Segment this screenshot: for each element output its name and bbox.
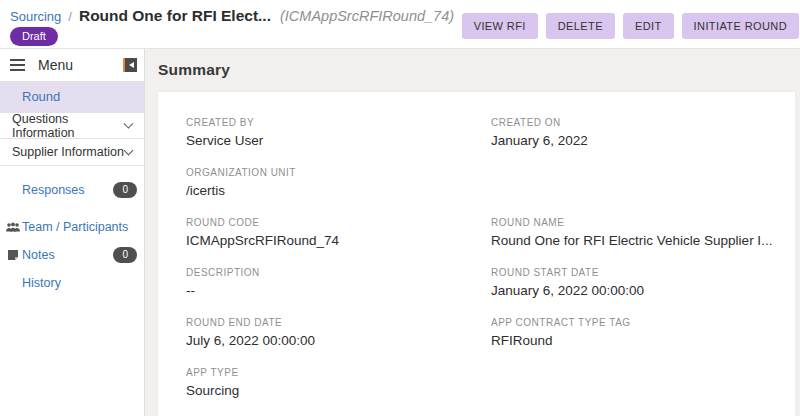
field-value: Service User bbox=[186, 133, 491, 148]
page-title: Round One for RFI Elect... bbox=[79, 7, 271, 25]
sidebar-item-notes[interactable]: Notes 0 bbox=[0, 245, 144, 265]
sidebar-accordion-questions-information[interactable]: Questions Information bbox=[0, 112, 144, 139]
field-value: RFIRound bbox=[491, 333, 772, 348]
sidebar-item-label: Notes bbox=[22, 248, 55, 262]
field-label: ORGANIZATION UNIT bbox=[186, 167, 491, 178]
responses-count-badge: 0 bbox=[113, 182, 137, 198]
sidebar-item-responses[interactable]: Responses 0 bbox=[0, 180, 144, 200]
field-label: ROUND END DATE bbox=[186, 317, 491, 328]
field-value: /icertis bbox=[186, 183, 491, 198]
field-label: ROUND CODE bbox=[186, 217, 491, 228]
section-title: Summary bbox=[158, 61, 795, 79]
accordion-label: Questions Information bbox=[12, 112, 125, 140]
field-label: CREATED BY bbox=[186, 117, 491, 128]
field-round-code: ROUND CODE ICMAppSrcRFIRound_74 bbox=[186, 217, 491, 248]
action-button-group: VIEW RFI DELETE EDIT INITIATE ROUND bbox=[462, 13, 799, 39]
edit-button[interactable]: EDIT bbox=[623, 13, 674, 39]
field-label: ROUND START DATE bbox=[491, 267, 772, 278]
sidebar-item-team-participants[interactable]: Team / Participants bbox=[0, 217, 144, 237]
field-label: APP TYPE bbox=[186, 367, 491, 378]
sidebar-menu-title: Menu bbox=[38, 57, 73, 73]
field-round-name: ROUND NAME Round One for RFI Electric Ve… bbox=[491, 217, 772, 248]
people-icon bbox=[4, 222, 22, 233]
field-value: -- bbox=[186, 283, 491, 298]
sidebar-item-history[interactable]: History bbox=[0, 273, 144, 293]
sidebar-item-label: History bbox=[22, 276, 61, 290]
field-round-start-date: ROUND START DATE January 6, 2022 00:00:0… bbox=[491, 267, 772, 298]
page-code: (ICMAppSrcRFIRound_74) bbox=[280, 8, 454, 24]
field-label: CREATED ON bbox=[491, 117, 772, 128]
breadcrumb-separator: / bbox=[68, 9, 72, 24]
hamburger-icon[interactable] bbox=[10, 59, 25, 71]
field-label: DESCRIPTION bbox=[186, 267, 491, 278]
field-value: July 6, 2022 00:00:00 bbox=[186, 333, 491, 348]
notes-count-badge: 0 bbox=[113, 247, 137, 263]
top-header: Sourcing / Round One for RFI Elect... (I… bbox=[0, 0, 800, 49]
field-label: ROUND NAME bbox=[491, 217, 772, 228]
collapse-sidebar-icon[interactable] bbox=[123, 58, 137, 72]
breadcrumb: Sourcing / Round One for RFI Elect... (I… bbox=[10, 7, 454, 25]
field-created-on: CREATED ON January 6, 2022 bbox=[491, 117, 772, 148]
main-content: Summary CREATED BY Service User CREATED … bbox=[145, 49, 800, 416]
field-app-contract-type-tag: APP CONTRACT TYPE TAG RFIRound bbox=[491, 317, 772, 348]
sidebar-item-round[interactable]: Round bbox=[0, 82, 144, 112]
view-rfi-button[interactable]: VIEW RFI bbox=[462, 13, 538, 39]
sidebar: Menu Round Questions Information Supplie… bbox=[0, 49, 145, 416]
chevron-down-icon bbox=[124, 145, 134, 155]
app-window: Sourcing / Round One for RFI Elect... (I… bbox=[0, 0, 800, 416]
field-description: DESCRIPTION -- bbox=[186, 267, 491, 298]
status-badge: Draft bbox=[10, 27, 58, 46]
field-label: APP CONTRACT TYPE TAG bbox=[491, 317, 772, 328]
sidebar-item-label: Responses bbox=[22, 183, 85, 197]
initiate-round-button[interactable]: INITIATE ROUND bbox=[682, 13, 799, 39]
summary-card: CREATED BY Service User CREATED ON Janua… bbox=[158, 92, 795, 416]
field-value: Sourcing bbox=[186, 383, 491, 398]
field-round-end-date: ROUND END DATE July 6, 2022 00:00:00 bbox=[186, 317, 491, 348]
field-empty-cell bbox=[491, 367, 772, 398]
field-value: January 6, 2022 00:00:00 bbox=[491, 283, 772, 298]
field-organization-unit: ORGANIZATION UNIT /icertis bbox=[186, 167, 491, 198]
summary-fields-grid: CREATED BY Service User CREATED ON Janua… bbox=[186, 117, 767, 398]
sidebar-item-label: Team / Participants bbox=[22, 220, 128, 234]
field-empty-cell bbox=[491, 167, 772, 198]
sidebar-accordion-supplier-information[interactable]: Supplier Information bbox=[0, 139, 144, 166]
delete-button[interactable]: DELETE bbox=[546, 13, 615, 39]
accordion-label: Supplier Information bbox=[12, 145, 124, 159]
field-value: ICMAppSrcRFIRound_74 bbox=[186, 233, 491, 248]
sidebar-menu-header: Menu bbox=[0, 49, 144, 82]
field-app-type: APP TYPE Sourcing bbox=[186, 367, 491, 398]
field-value: January 6, 2022 bbox=[491, 133, 772, 148]
note-icon bbox=[4, 249, 22, 261]
breadcrumb-app-link[interactable]: Sourcing bbox=[10, 9, 61, 24]
field-created-by: CREATED BY Service User bbox=[186, 117, 491, 148]
field-value: Round One for RFI Electric Vehicle Suppl… bbox=[491, 233, 772, 248]
